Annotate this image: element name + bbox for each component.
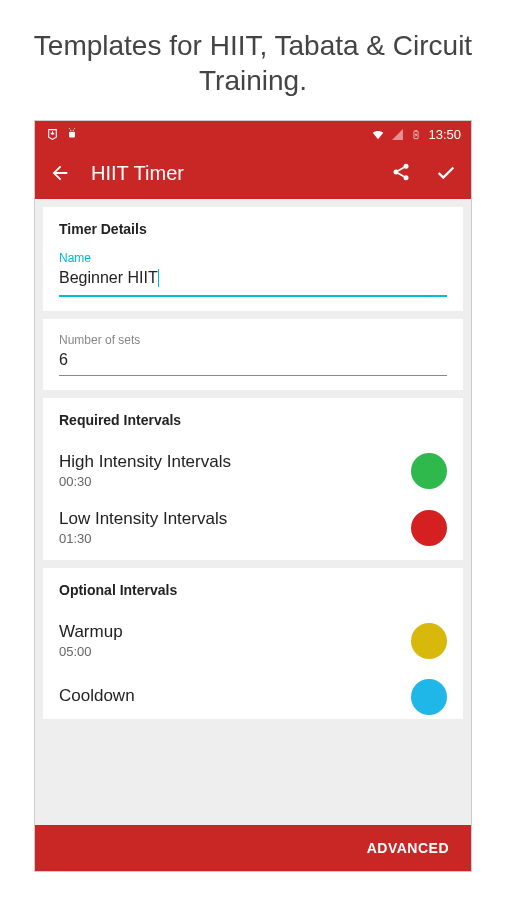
color-dot[interactable] [411,679,447,715]
app-title: HIIT Timer [91,162,369,185]
promo-text: Templates for HIIT, Tabata & Circuit Tra… [0,0,506,120]
optional-intervals-card: Optional Intervals Warmup 05:00 Cooldown [43,568,463,719]
section-title: Timer Details [59,221,447,237]
svg-point-5 [404,164,409,169]
section-title: Required Intervals [59,412,447,428]
svg-rect-4 [416,130,418,131]
interval-time: 00:30 [59,474,411,489]
interval-row[interactable]: High Intensity Intervals 00:30 [59,442,447,499]
required-intervals-card: Required Intervals High Intensity Interv… [43,398,463,560]
signal-icon [390,127,404,141]
interval-name: Warmup [59,622,411,642]
advanced-button[interactable]: ADVANCED [367,840,449,856]
sets-label: Number of sets [59,333,447,347]
svg-point-6 [394,170,399,175]
interval-time: 01:30 [59,531,411,546]
interval-row[interactable]: Warmup 05:00 [59,612,447,669]
color-dot[interactable] [411,453,447,489]
footer-bar: ADVANCED [35,825,471,871]
back-icon[interactable] [49,162,71,184]
interval-row[interactable]: Cooldown [59,669,447,715]
check-icon[interactable] [435,162,457,184]
sets-field[interactable]: 6 [59,347,447,376]
adb-icon [65,127,79,141]
interval-name: Low Intensity Intervals [59,509,411,529]
timer-details-card: Timer Details Name Beginner HIIT [43,207,463,311]
interval-name: Cooldown [59,686,411,706]
download-icon [45,127,59,141]
battery-icon [409,127,423,141]
app-bar: HIIT Timer [35,147,471,199]
color-dot[interactable] [411,623,447,659]
svg-point-1 [70,130,71,131]
color-dot[interactable] [411,510,447,546]
content-scroll[interactable]: Timer Details Name Beginner HIIT Number … [35,199,471,827]
interval-row[interactable]: Low Intensity Intervals 01:30 [59,499,447,556]
svg-point-2 [73,130,74,131]
svg-point-7 [404,175,409,180]
device-frame: 13:50 HIIT Timer Timer Details Name Begi… [34,120,472,872]
interval-name: High Intensity Intervals [59,452,411,472]
share-icon[interactable] [391,162,413,184]
wifi-icon [371,127,385,141]
sets-card: Number of sets 6 [43,319,463,390]
svg-rect-0 [69,132,75,138]
status-time: 13:50 [428,127,461,142]
name-field[interactable]: Beginner HIIT [59,265,447,297]
section-title: Optional Intervals [59,582,447,598]
status-bar: 13:50 [35,121,471,147]
name-label: Name [59,251,447,265]
interval-time: 05:00 [59,644,411,659]
